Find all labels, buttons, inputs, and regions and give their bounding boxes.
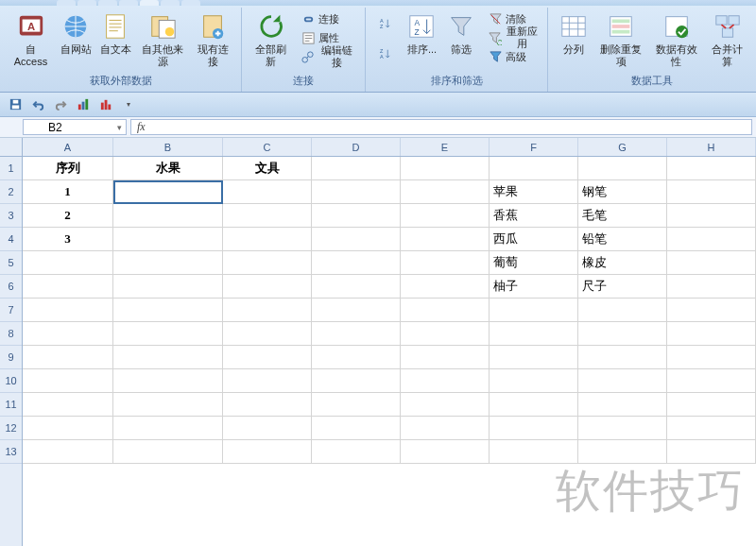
cell-C2[interactable] bbox=[223, 180, 312, 204]
cell-D12[interactable] bbox=[312, 417, 401, 440]
cell-H13[interactable] bbox=[667, 440, 756, 464]
cell-C3[interactable] bbox=[223, 204, 312, 228]
cell-C4[interactable] bbox=[223, 228, 312, 251]
from-text-button[interactable]: 自文本 bbox=[95, 9, 135, 58]
cell-F4[interactable]: 西瓜 bbox=[490, 228, 578, 251]
cell-H7[interactable] bbox=[667, 299, 756, 322]
cell-A9[interactable] bbox=[23, 346, 113, 369]
cell-C6[interactable] bbox=[223, 275, 312, 299]
col-header-C[interactable]: C bbox=[223, 138, 312, 156]
cell-C1[interactable]: 文具 bbox=[223, 157, 312, 180]
from-web-button[interactable]: 自网站 bbox=[56, 9, 95, 58]
row-header-13[interactable]: 13 bbox=[0, 440, 22, 464]
sort-desc-button[interactable]: ZA bbox=[371, 40, 398, 68]
cell-B12[interactable] bbox=[113, 417, 223, 440]
cell-F6[interactable]: 柚子 bbox=[490, 275, 578, 299]
redo-button[interactable] bbox=[51, 95, 70, 114]
cell-C9[interactable] bbox=[223, 346, 312, 369]
cell-G12[interactable] bbox=[578, 417, 667, 440]
qat-more-button[interactable]: ▾ bbox=[119, 95, 138, 114]
row-header-2[interactable]: 2 bbox=[0, 180, 22, 204]
cell-H8[interactable] bbox=[667, 322, 756, 346]
cell-G7[interactable] bbox=[578, 299, 667, 322]
cell-H10[interactable] bbox=[667, 369, 756, 393]
cell-G5[interactable]: 橡皮 bbox=[578, 251, 667, 275]
cell-B7[interactable] bbox=[113, 299, 223, 322]
save-button[interactable] bbox=[6, 95, 25, 114]
cell-B4[interactable] bbox=[113, 228, 223, 251]
cell-H3[interactable] bbox=[667, 204, 756, 228]
cell-E11[interactable] bbox=[401, 393, 490, 417]
cell-D3[interactable] bbox=[312, 204, 401, 228]
cell-F9[interactable] bbox=[490, 346, 578, 369]
cell-E3[interactable] bbox=[401, 204, 490, 228]
text-to-columns-button[interactable]: 分列 bbox=[554, 9, 593, 58]
from-access-button[interactable]: A 自 Access bbox=[6, 9, 56, 70]
cell-B11[interactable] bbox=[113, 393, 223, 417]
cell-B8[interactable] bbox=[113, 322, 223, 346]
cell-G3[interactable]: 毛笔 bbox=[578, 204, 667, 228]
cell-H5[interactable] bbox=[667, 251, 756, 275]
col-header-H[interactable]: H bbox=[667, 138, 756, 156]
cell-B9[interactable] bbox=[113, 346, 223, 369]
row-header-6[interactable]: 6 bbox=[0, 275, 22, 299]
cell-B6[interactable] bbox=[113, 275, 223, 299]
cell-F7[interactable] bbox=[490, 299, 578, 322]
tab[interactable] bbox=[98, 0, 117, 6]
remove-duplicates-button[interactable]: 删除重复项 bbox=[593, 9, 649, 70]
cell-G2[interactable]: 钢笔 bbox=[578, 180, 667, 204]
cell-A11[interactable] bbox=[23, 393, 113, 417]
edit-links-button[interactable]: 编辑链接 bbox=[298, 47, 359, 66]
row-header-3[interactable]: 3 bbox=[0, 204, 22, 228]
cell-G9[interactable] bbox=[578, 346, 667, 369]
select-all-corner[interactable] bbox=[0, 138, 22, 157]
cell-E10[interactable] bbox=[401, 369, 490, 393]
cell-H1[interactable] bbox=[667, 157, 756, 180]
cell-A7[interactable] bbox=[23, 299, 113, 322]
cell-D1[interactable] bbox=[312, 157, 401, 180]
cell-H4[interactable] bbox=[667, 228, 756, 251]
tab[interactable] bbox=[119, 0, 138, 6]
cell-A6[interactable] bbox=[23, 275, 113, 299]
row-header-10[interactable]: 10 bbox=[0, 369, 22, 393]
cell-C7[interactable] bbox=[223, 299, 312, 322]
existing-conn-button[interactable]: 现有连接 bbox=[190, 9, 235, 70]
cell-E2[interactable] bbox=[401, 180, 490, 204]
row-header-5[interactable]: 5 bbox=[0, 251, 22, 275]
cell-F13[interactable] bbox=[490, 440, 578, 464]
cell-C12[interactable] bbox=[223, 417, 312, 440]
cell-A5[interactable] bbox=[23, 251, 113, 275]
cell-G4[interactable]: 铅笔 bbox=[578, 228, 667, 251]
col-header-A[interactable]: A bbox=[23, 138, 113, 156]
row-header-11[interactable]: 11 bbox=[0, 393, 22, 417]
cell-A2[interactable]: 1 bbox=[23, 180, 113, 204]
cell-E1[interactable] bbox=[401, 157, 490, 180]
cell-A3[interactable]: 2 bbox=[23, 204, 113, 228]
cell-D5[interactable] bbox=[312, 251, 401, 275]
cell-D4[interactable] bbox=[312, 228, 401, 251]
from-other-button[interactable]: 自其他来源 bbox=[135, 9, 190, 70]
data-validation-button[interactable]: 数据有效性 bbox=[648, 9, 704, 70]
cell-H11[interactable] bbox=[667, 393, 756, 417]
cell-C13[interactable] bbox=[223, 440, 312, 464]
cell-E13[interactable] bbox=[401, 440, 490, 464]
cell-E12[interactable] bbox=[401, 417, 490, 440]
tab[interactable] bbox=[161, 0, 180, 6]
cell-F11[interactable] bbox=[490, 393, 578, 417]
tab[interactable] bbox=[181, 0, 200, 6]
cell-H12[interactable] bbox=[667, 417, 756, 440]
cell-E6[interactable] bbox=[401, 275, 490, 299]
cell-B3[interactable] bbox=[113, 204, 223, 228]
cell-B13[interactable] bbox=[113, 440, 223, 464]
row-header-9[interactable]: 9 bbox=[0, 346, 22, 369]
cell-G11[interactable] bbox=[578, 393, 667, 417]
cell-D6[interactable] bbox=[312, 275, 401, 299]
cell-A12[interactable] bbox=[23, 417, 113, 440]
row-header-8[interactable]: 8 bbox=[0, 322, 22, 346]
formula-input[interactable]: fx bbox=[130, 119, 752, 135]
sort-button[interactable]: AZ 排序... bbox=[402, 9, 441, 58]
cell-F8[interactable] bbox=[490, 322, 578, 346]
cell-H9[interactable] bbox=[667, 346, 756, 369]
row-header-12[interactable]: 12 bbox=[0, 417, 22, 440]
cell-E8[interactable] bbox=[401, 322, 490, 346]
